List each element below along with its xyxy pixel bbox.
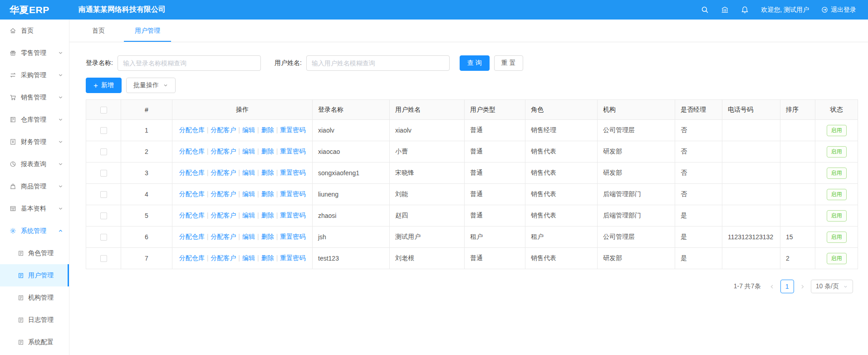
op-delete-link[interactable]: 删除 (261, 190, 274, 197)
cell-name: 宋晓锋 (390, 163, 465, 184)
chevron-left-icon[interactable] (768, 284, 776, 290)
sidebar-item-warehouse[interactable]: 仓库管理 (0, 108, 69, 131)
logout-label: 退出登录 (831, 6, 856, 14)
op-reset-password-link[interactable]: 重置密码 (280, 169, 305, 176)
op-reset-password-link[interactable]: 重置密码 (280, 148, 305, 155)
cell-login: xiaolv (313, 120, 390, 141)
search-icon[interactable] (701, 6, 709, 14)
sidebar-item-retail[interactable]: 零售管理 (0, 42, 69, 64)
op-assign-warehouse-link[interactable]: 分配仓库 (179, 233, 205, 240)
page-size-select[interactable]: 10 条/页 (811, 280, 853, 293)
op-reset-password-link[interactable]: 重置密码 (280, 126, 305, 133)
op-delete-link[interactable]: 删除 (261, 212, 274, 219)
logout-button[interactable]: 退出登录 (821, 6, 856, 14)
row-checkbox[interactable] (100, 234, 107, 241)
op-delete-link[interactable]: 删除 (261, 254, 274, 261)
op-delete-link[interactable]: 删除 (261, 169, 274, 176)
sidebar-item-sale[interactable]: 销售管理 (0, 86, 69, 108)
op-assign-customer-link[interactable]: 分配客户 (211, 233, 236, 240)
sidebar-item-purchase[interactable]: 采购管理 (0, 64, 69, 86)
op-assign-warehouse-link[interactable]: 分配仓库 (179, 126, 205, 133)
status-badge[interactable]: 启用 (827, 232, 847, 243)
batch-actions-button[interactable]: 批量操作 (126, 78, 176, 93)
op-reset-password-link[interactable]: 重置密码 (280, 212, 305, 219)
login-name-input[interactable] (118, 55, 261, 71)
op-edit-link[interactable]: 编辑 (242, 212, 255, 219)
op-assign-customer-link[interactable]: 分配客户 (211, 212, 236, 219)
op-edit-link[interactable]: 编辑 (242, 126, 255, 133)
row-checkbox[interactable] (100, 212, 107, 219)
sidebar-subitem-log[interactable]: 日志管理 (0, 309, 69, 331)
op-assign-customer-link[interactable]: 分配客户 (211, 169, 236, 176)
op-edit-link[interactable]: 编辑 (242, 254, 255, 261)
op-reset-password-link[interactable]: 重置密码 (280, 254, 305, 261)
add-button[interactable]: + 新增 (86, 78, 122, 93)
op-assign-warehouse-link[interactable]: 分配仓库 (179, 169, 205, 176)
op-edit-link[interactable]: 编辑 (242, 169, 255, 176)
table-row: 1分配仓库|分配客户|编辑|删除|重置密码xiaolvxiaolv普通销售经理公… (86, 120, 858, 141)
tab-home[interactable]: 首页 (88, 20, 109, 42)
cell-manager: 是 (675, 248, 722, 269)
op-delete-link[interactable]: 删除 (261, 126, 274, 133)
user-name-input[interactable] (306, 55, 450, 71)
tab-user-management[interactable]: 用户管理 (130, 20, 165, 42)
op-delete-link[interactable]: 删除 (261, 148, 274, 155)
cell-operations: 分配仓库|分配客户|编辑|删除|重置密码 (172, 120, 313, 141)
sidebar-subitem-label: 机构管理 (28, 294, 54, 302)
chevron-right-icon[interactable] (799, 284, 806, 290)
cell-org: 后端管理部门 (598, 184, 675, 205)
page-number-button[interactable]: 1 (780, 280, 794, 293)
status-badge[interactable]: 启用 (827, 125, 847, 136)
row-checkbox[interactable] (100, 255, 107, 262)
row-checkbox[interactable] (100, 127, 107, 134)
cell-login: songxiaofeng1 (313, 163, 390, 184)
op-assign-customer-link[interactable]: 分配客户 (211, 254, 236, 261)
sidebar-item-finance[interactable]: 财务管理 (0, 131, 69, 153)
op-edit-link[interactable]: 编辑 (242, 148, 255, 155)
reset-button[interactable]: 重 置 (494, 55, 523, 71)
sale-icon (10, 94, 16, 101)
cell-org: 公司管理层 (598, 120, 675, 141)
op-assign-customer-link[interactable]: 分配客户 (211, 126, 236, 133)
op-edit-link[interactable]: 编辑 (242, 190, 255, 197)
sidebar-item-system[interactable]: 系统管理 (0, 220, 69, 242)
sidebar-subitem-role[interactable]: 角色管理 (0, 242, 69, 264)
op-assign-customer-link[interactable]: 分配客户 (211, 190, 236, 197)
cell-name: xiaolv (390, 120, 465, 141)
sidebar-menu: 首页零售管理采购管理销售管理仓库管理财务管理报表查询商品管理基本资料系统管理角色… (0, 20, 69, 353)
op-reset-password-link[interactable]: 重置密码 (280, 233, 305, 240)
op-delete-link[interactable]: 删除 (261, 233, 274, 240)
bank-icon[interactable] (721, 6, 729, 14)
row-checkbox[interactable] (100, 170, 107, 177)
sidebar-subitem-config[interactable]: 系统配置 (0, 331, 69, 353)
row-checkbox[interactable] (100, 148, 107, 155)
status-badge[interactable]: 启用 (827, 189, 847, 200)
select-all-checkbox[interactable] (100, 107, 107, 113)
cell-name: 赵四 (390, 205, 465, 227)
query-button[interactable]: 查 询 (460, 55, 490, 71)
doc-icon (18, 317, 24, 323)
sidebar-item-home[interactable]: 首页 (0, 20, 69, 42)
status-badge[interactable]: 启用 (827, 146, 847, 158)
op-separator: | (276, 233, 278, 240)
row-checkbox[interactable] (100, 191, 107, 198)
op-assign-warehouse-link[interactable]: 分配仓库 (179, 254, 205, 261)
sidebar-item-report[interactable]: 报表查询 (0, 153, 69, 175)
sidebar-item-basic[interactable]: 基本资料 (0, 197, 69, 220)
op-reset-password-link[interactable]: 重置密码 (280, 190, 305, 197)
op-separator: | (257, 148, 259, 155)
cell-role: 销售代表 (525, 205, 598, 227)
status-badge[interactable]: 启用 (827, 210, 847, 222)
op-assign-warehouse-link[interactable]: 分配仓库 (179, 148, 205, 155)
bell-icon[interactable] (741, 6, 749, 14)
sidebar-subitem-org[interactable]: 机构管理 (0, 286, 69, 309)
op-assign-customer-link[interactable]: 分配客户 (211, 148, 236, 155)
status-badge[interactable]: 启用 (827, 253, 847, 264)
status-badge[interactable]: 启用 (827, 168, 847, 179)
sidebar-item-product[interactable]: 商品管理 (0, 175, 69, 197)
op-assign-warehouse-link[interactable]: 分配仓库 (179, 190, 205, 197)
op-edit-link[interactable]: 编辑 (242, 233, 255, 240)
op-assign-warehouse-link[interactable]: 分配仓库 (179, 212, 205, 219)
sidebar-subitem-user[interactable]: 用户管理 (0, 264, 69, 286)
cell-sort (780, 163, 815, 184)
